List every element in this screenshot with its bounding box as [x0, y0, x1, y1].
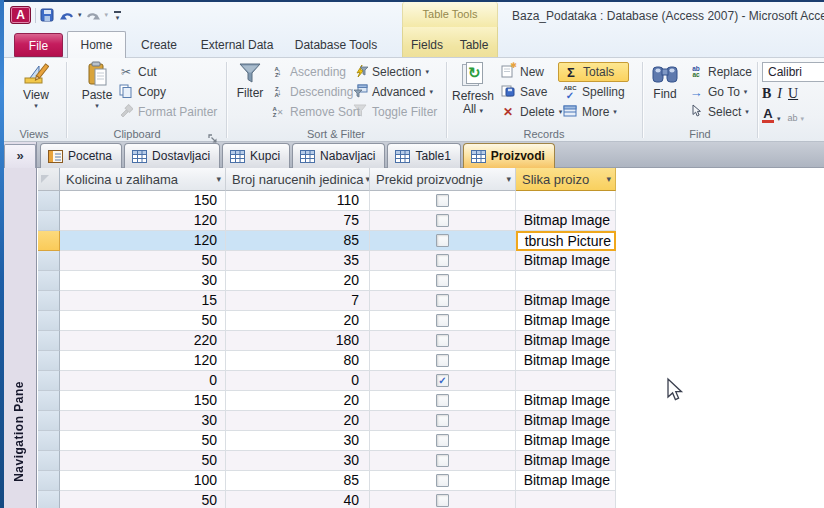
tab-table[interactable]: Table	[452, 33, 496, 57]
more-button[interactable]: More ▾	[558, 102, 629, 122]
cell-prekid[interactable]	[370, 291, 516, 311]
cell-kolicina[interactable]: 0	[60, 371, 226, 391]
cell-prekid[interactable]	[370, 491, 516, 508]
cell-slika[interactable]: Bitmap Image	[516, 431, 616, 451]
doc-tab-proizvodi[interactable]: Proizvodi	[463, 143, 555, 168]
undo-icon[interactable]	[59, 9, 74, 22]
cell-broj[interactable]: 20	[226, 411, 370, 431]
cell-kolicina[interactable]: 100	[60, 471, 226, 491]
goto-button[interactable]: → Go To ▾	[684, 82, 756, 102]
cell-kolicina[interactable]: 50	[60, 431, 226, 451]
tab-home[interactable]: Home	[67, 31, 126, 58]
column-dropdown-icon[interactable]: ▾	[604, 174, 615, 184]
highlight-color-button[interactable]: ab	[788, 113, 798, 123]
discontinued-checkbox[interactable]	[436, 314, 449, 327]
record-selector[interactable]	[38, 271, 60, 291]
spelling-button[interactable]: ABC✓ Spelling	[558, 82, 629, 102]
delete-record-button[interactable]: ✕ Delete ▾	[496, 102, 566, 122]
cell-slika[interactable]: tbrush Picture	[516, 231, 616, 251]
column-header-prekid[interactable]: Prekid proizvodnje▾	[370, 168, 516, 191]
advanced-button[interactable]: Advanced ▾	[348, 82, 441, 102]
cell-prekid[interactable]	[370, 191, 516, 211]
cell-broj[interactable]: 180	[226, 331, 370, 351]
cell-kolicina[interactable]: 30	[60, 271, 226, 291]
cell-slika[interactable]: Bitmap Image	[516, 471, 616, 491]
copy-button[interactable]: Copy	[114, 82, 221, 102]
cell-kolicina[interactable]: 50	[60, 491, 226, 508]
column-header-slika[interactable]: Slika proizo▾	[516, 168, 616, 191]
cell-slika[interactable]: Bitmap Image	[516, 411, 616, 431]
cell-kolicina[interactable]: 120	[60, 211, 226, 231]
discontinued-checkbox[interactable]: ✓	[436, 374, 449, 387]
undo-dropdown-icon[interactable]: ▾	[78, 11, 82, 19]
cell-kolicina[interactable]: 30	[60, 411, 226, 431]
column-dropdown-icon[interactable]: ▾	[214, 174, 225, 184]
tab-create[interactable]: Create	[130, 33, 188, 57]
selection-button[interactable]: Selection ▾	[348, 62, 441, 82]
cell-kolicina[interactable]: 50	[60, 451, 226, 471]
cell-prekid[interactable]	[370, 451, 516, 471]
cell-broj[interactable]: 35	[226, 251, 370, 271]
cell-broj[interactable]: 85	[226, 471, 370, 491]
cell-kolicina[interactable]: 50	[60, 251, 226, 271]
underline-button[interactable]: U	[788, 86, 798, 102]
font-name-combobox[interactable]: Calibri	[762, 62, 824, 82]
find-button[interactable]: Find	[646, 61, 684, 125]
cell-prekid[interactable]	[370, 331, 516, 351]
column-dropdown-icon[interactable]: ▾	[504, 174, 515, 184]
discontinued-checkbox[interactable]	[436, 334, 449, 347]
cell-prekid[interactable]	[370, 231, 516, 251]
discontinued-checkbox[interactable]	[436, 474, 449, 487]
column-header-kolicina[interactable]: Kolicina u zalihama▾	[60, 168, 226, 191]
discontinued-checkbox[interactable]	[436, 354, 449, 367]
highlight-dropdown-icon[interactable]: ▾	[801, 115, 805, 123]
refresh-all-button[interactable]: ↻ Refresh All ▾	[450, 61, 496, 125]
cell-prekid[interactable]	[370, 391, 516, 411]
cell-prekid[interactable]	[370, 271, 516, 291]
discontinued-checkbox[interactable]	[436, 234, 449, 247]
discontinued-checkbox[interactable]	[436, 394, 449, 407]
cell-slika[interactable]: Bitmap Image	[516, 211, 616, 231]
nav-pane-expand-button[interactable]: »	[4, 144, 36, 168]
discontinued-checkbox[interactable]	[436, 294, 449, 307]
font-color-dropdown-icon[interactable]: ▾	[777, 115, 781, 123]
cell-broj[interactable]: 85	[226, 231, 370, 251]
access-app-icon[interactable]: A	[10, 6, 31, 24]
cell-prekid[interactable]	[370, 471, 516, 491]
cell-kolicina[interactable]: 50	[60, 311, 226, 331]
bold-button[interactable]: B	[762, 86, 771, 102]
doc-tab-pocetna[interactable]: Pocetna	[40, 143, 122, 168]
view-button[interactable]: View ▾	[14, 61, 58, 125]
cell-prekid[interactable]	[370, 251, 516, 271]
cell-prekid[interactable]	[370, 431, 516, 451]
filter-button[interactable]: Filter	[230, 61, 270, 125]
cell-kolicina[interactable]: 220	[60, 331, 226, 351]
select-all-corner[interactable]	[38, 168, 60, 191]
discontinued-checkbox[interactable]	[436, 214, 449, 227]
cell-prekid[interactable]	[370, 311, 516, 331]
cell-slika[interactable]	[516, 191, 616, 211]
cell-broj[interactable]: 20	[226, 391, 370, 411]
cell-slika[interactable]: Bitmap Image	[516, 251, 616, 271]
cell-slika[interactable]: Bitmap Image	[516, 451, 616, 471]
cell-slika[interactable]	[516, 271, 616, 291]
discontinued-checkbox[interactable]	[436, 254, 449, 267]
discontinued-checkbox[interactable]	[436, 194, 449, 207]
record-selector[interactable]	[38, 431, 60, 451]
discontinued-checkbox[interactable]	[436, 414, 449, 427]
navigation-pane-collapsed[interactable]: Navigation Pane	[4, 142, 37, 508]
cell-broj[interactable]: 20	[226, 271, 370, 291]
record-selector[interactable]	[38, 451, 60, 471]
cell-broj[interactable]: 30	[226, 431, 370, 451]
cell-kolicina[interactable]: 120	[60, 351, 226, 371]
cell-broj[interactable]: 30	[226, 451, 370, 471]
cell-broj[interactable]: 20	[226, 311, 370, 331]
cell-kolicina[interactable]: 150	[60, 191, 226, 211]
cell-broj[interactable]: 75	[226, 211, 370, 231]
cell-prekid[interactable]: ✓	[370, 371, 516, 391]
column-header-broj[interactable]: Broj narucenih jedinica▾	[226, 168, 370, 191]
doc-tab-dostavljaci[interactable]: Dostavljaci	[124, 143, 220, 168]
cell-prekid[interactable]	[370, 411, 516, 431]
record-selector[interactable]	[38, 331, 60, 351]
save-icon[interactable]	[40, 8, 55, 22]
